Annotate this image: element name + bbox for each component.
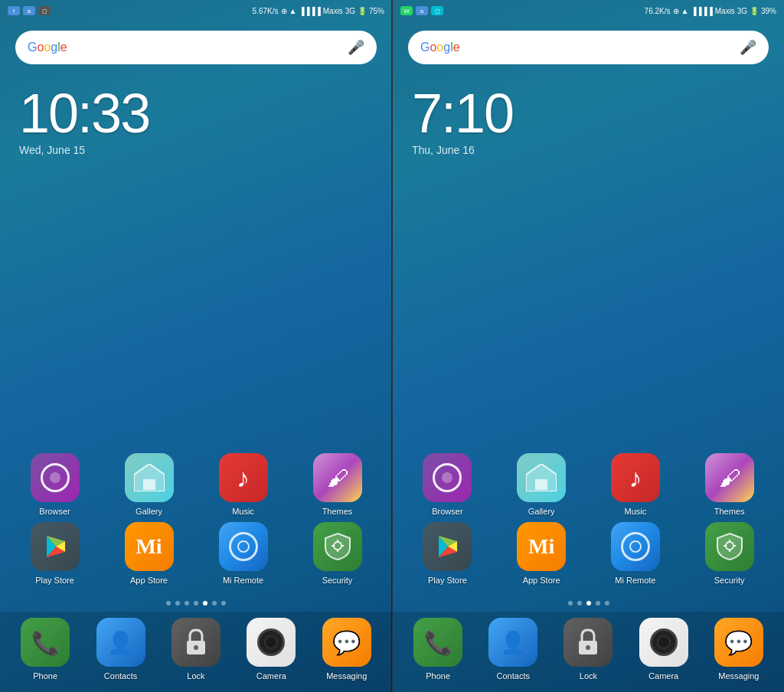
right-dock-messaging[interactable]: 💬 Messaging: [708, 618, 769, 681]
left-search-bar[interactable]: Google 🎤: [15, 31, 377, 64]
left-dock-messaging[interactable]: 💬 Messaging: [316, 618, 377, 681]
right-app-security[interactable]: Security: [695, 522, 764, 585]
left-dot-7[interactable]: [221, 601, 226, 606]
left-dot-4[interactable]: [194, 601, 198, 606]
right-browser-label: Browser: [432, 507, 462, 516]
left-contacts-icon[interactable]: 👤: [96, 618, 145, 667]
right-network: Maxis 3G: [715, 7, 747, 15]
right-battery: 39%: [761, 7, 776, 15]
right-dock: 📞 Phone 👤 Contacts Lock: [393, 612, 784, 692]
left-app-browser[interactable]: Browser: [21, 453, 90, 516]
right-dot-2[interactable]: [577, 601, 582, 606]
right-status-icon-wa: W: [400, 6, 413, 15]
left-security-icon[interactable]: [313, 522, 362, 571]
right-status-bar: W a ◻ 76.2K/s ⊕ ▲ ▐▐▐▐ Maxis 3G 🔋 39%: [393, 0, 784, 21]
right-app-browser[interactable]: Browser: [413, 453, 482, 516]
right-dock-phone[interactable]: 📞 Phone: [407, 618, 469, 681]
right-app-playstore[interactable]: Play Store: [413, 522, 482, 585]
right-appstore-icon[interactable]: Mi: [517, 522, 566, 571]
left-app-miremote[interactable]: Mi Remote: [209, 522, 278, 585]
left-page-dots: [0, 595, 392, 612]
right-dot-1[interactable]: [568, 601, 573, 606]
right-miremote-icon[interactable]: [611, 522, 660, 571]
right-app-gallery[interactable]: Gallery: [507, 453, 576, 516]
left-dot-6[interactable]: [212, 601, 217, 606]
right-playstore-icon[interactable]: [423, 522, 472, 571]
left-dock: 📞 Phone 👤 Contacts: [0, 612, 392, 692]
left-app-themes[interactable]: 🖌 Themes: [303, 453, 372, 516]
left-dock-phone[interactable]: 📞 Phone: [15, 618, 76, 681]
left-playstore-icon[interactable]: [31, 522, 80, 571]
left-browser-icon[interactable]: [31, 453, 80, 502]
left-app-security[interactable]: Security: [303, 522, 372, 585]
right-status-icon-2: a: [416, 6, 428, 15]
right-search-bar[interactable]: Google 🎤: [408, 31, 769, 64]
left-signal-icon: ▐▐▐▐: [299, 7, 320, 15]
right-dock-camera[interactable]: Camera: [633, 618, 694, 681]
left-phone-icon[interactable]: 📞: [21, 618, 70, 667]
left-messaging-icon[interactable]: 💬: [322, 618, 371, 667]
remote-circle-icon: [229, 532, 258, 561]
left-miremote-icon[interactable]: [219, 522, 268, 571]
right-page-dots: [393, 595, 784, 612]
right-themes-icon[interactable]: 🖌: [705, 453, 754, 502]
messaging-bubble-icon: 💬: [332, 629, 361, 656]
left-dot-2[interactable]: [175, 601, 180, 606]
left-music-label: Music: [232, 507, 254, 516]
right-camera-icon[interactable]: [639, 618, 688, 667]
left-security-label: Security: [322, 576, 353, 585]
right-app-miremote[interactable]: Mi Remote: [601, 522, 670, 585]
left-clock-date: Wed, June 15: [19, 144, 373, 156]
right-status-icon-3: ◻: [431, 6, 443, 15]
left-camera-icon[interactable]: [247, 618, 296, 667]
left-app-music[interactable]: ♪ Music: [209, 453, 278, 516]
contacts-person-icon: 👤: [107, 630, 134, 655]
right-remote-circle-icon: [621, 532, 650, 561]
left-gallery-icon[interactable]: [125, 453, 174, 502]
right-dot-5[interactable]: [605, 601, 609, 606]
left-bt-icon: ⊕: [281, 7, 287, 15]
left-dock-contacts[interactable]: 👤 Contacts: [90, 618, 152, 681]
right-messaging-bubble-icon: 💬: [724, 629, 753, 656]
right-app-appstore[interactable]: Mi App Store: [507, 522, 576, 585]
right-app-music[interactable]: ♪ Music: [601, 453, 670, 516]
right-mic-icon[interactable]: 🎤: [740, 39, 756, 56]
right-messaging-icon[interactable]: 💬: [714, 618, 763, 667]
left-app-playstore[interactable]: Play Store: [21, 522, 90, 585]
right-appstore-label: App Store: [523, 576, 560, 585]
right-lock-icon[interactable]: [564, 618, 612, 667]
right-search-container: Google 🎤: [393, 21, 784, 70]
right-mi-logo-icon: Mi: [528, 534, 554, 559]
right-security-icon[interactable]: [705, 522, 754, 571]
left-dock-camera[interactable]: Camera: [240, 618, 302, 681]
right-contacts-label: Contacts: [497, 671, 530, 681]
right-signal-icon: ▐▐▐▐: [691, 7, 712, 15]
left-dock-lock[interactable]: Lock: [165, 618, 227, 681]
right-dot-4[interactable]: [596, 601, 600, 606]
left-dot-5-active[interactable]: [203, 601, 207, 606]
left-app-appstore[interactable]: Mi App Store: [115, 522, 184, 585]
left-app-gallery[interactable]: Gallery: [115, 453, 184, 516]
right-browser-icon[interactable]: [423, 453, 472, 502]
right-phone-icon[interactable]: 📞: [413, 618, 462, 667]
right-dock-contacts[interactable]: 👤 Contacts: [482, 618, 544, 681]
left-phone-screen: f a ◻ 5.67K/s ⊕ ▲ ▐▐▐▐ Maxis 3G 🔋 75% Go…: [0, 0, 392, 692]
right-app-themes[interactable]: 🖌 Themes: [695, 453, 764, 516]
right-gallery-icon[interactable]: [517, 453, 566, 502]
left-messaging-label: Messaging: [326, 671, 367, 681]
right-battery-icon: 🔋: [750, 7, 759, 15]
left-dot-1[interactable]: [166, 601, 171, 606]
right-dock-lock[interactable]: Lock: [557, 618, 619, 681]
right-music-label: Music: [625, 507, 647, 516]
left-dot-3[interactable]: [185, 601, 189, 606]
left-lock-icon[interactable]: [172, 618, 220, 667]
left-appstore-icon[interactable]: Mi: [125, 522, 174, 571]
right-music-icon[interactable]: ♪: [611, 453, 660, 502]
left-mic-icon[interactable]: 🎤: [348, 39, 364, 56]
left-music-icon[interactable]: ♪: [219, 453, 268, 502]
right-wifi-icon: ▲: [681, 7, 689, 15]
right-contacts-icon[interactable]: 👤: [488, 618, 537, 667]
left-themes-icon[interactable]: 🖌: [313, 453, 362, 502]
status-icon-3: ◻: [38, 6, 51, 15]
right-dot-3-active[interactable]: [586, 601, 591, 606]
